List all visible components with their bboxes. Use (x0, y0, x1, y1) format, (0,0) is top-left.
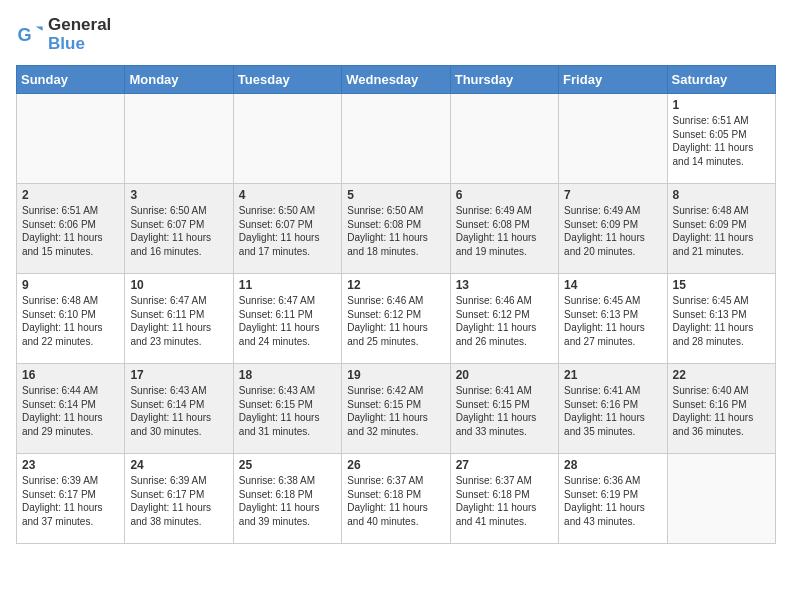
day-number: 8 (673, 188, 770, 202)
day-number: 17 (130, 368, 227, 382)
cell-info: Sunrise: 6:41 AM Sunset: 6:16 PM Dayligh… (564, 384, 661, 438)
calendar-cell: 3Sunrise: 6:50 AM Sunset: 6:07 PM Daylig… (125, 184, 233, 274)
calendar-cell (450, 94, 558, 184)
day-number: 21 (564, 368, 661, 382)
day-number: 18 (239, 368, 336, 382)
cell-info: Sunrise: 6:39 AM Sunset: 6:17 PM Dayligh… (130, 474, 227, 528)
logo: G General Blue (16, 16, 111, 53)
day-number: 1 (673, 98, 770, 112)
logo-text: General Blue (48, 16, 111, 53)
day-number: 5 (347, 188, 444, 202)
calendar-cell: 18Sunrise: 6:43 AM Sunset: 6:15 PM Dayli… (233, 364, 341, 454)
calendar-cell: 8Sunrise: 6:48 AM Sunset: 6:09 PM Daylig… (667, 184, 775, 274)
calendar-cell: 20Sunrise: 6:41 AM Sunset: 6:15 PM Dayli… (450, 364, 558, 454)
day-number: 4 (239, 188, 336, 202)
calendar-cell (233, 94, 341, 184)
day-number: 6 (456, 188, 553, 202)
cell-info: Sunrise: 6:47 AM Sunset: 6:11 PM Dayligh… (239, 294, 336, 348)
calendar-cell: 24Sunrise: 6:39 AM Sunset: 6:17 PM Dayli… (125, 454, 233, 544)
cell-info: Sunrise: 6:50 AM Sunset: 6:07 PM Dayligh… (239, 204, 336, 258)
calendar-cell: 6Sunrise: 6:49 AM Sunset: 6:08 PM Daylig… (450, 184, 558, 274)
calendar-cell (17, 94, 125, 184)
calendar-cell: 7Sunrise: 6:49 AM Sunset: 6:09 PM Daylig… (559, 184, 667, 274)
calendar-cell: 17Sunrise: 6:43 AM Sunset: 6:14 PM Dayli… (125, 364, 233, 454)
calendar-cell: 1Sunrise: 6:51 AM Sunset: 6:05 PM Daylig… (667, 94, 775, 184)
day-number: 27 (456, 458, 553, 472)
day-number: 26 (347, 458, 444, 472)
calendar-cell (667, 454, 775, 544)
calendar-cell: 15Sunrise: 6:45 AM Sunset: 6:13 PM Dayli… (667, 274, 775, 364)
cell-info: Sunrise: 6:45 AM Sunset: 6:13 PM Dayligh… (673, 294, 770, 348)
calendar-cell: 23Sunrise: 6:39 AM Sunset: 6:17 PM Dayli… (17, 454, 125, 544)
calendar-week-row: 1Sunrise: 6:51 AM Sunset: 6:05 PM Daylig… (17, 94, 776, 184)
cell-info: Sunrise: 6:51 AM Sunset: 6:05 PM Dayligh… (673, 114, 770, 168)
day-number: 23 (22, 458, 119, 472)
calendar-cell (559, 94, 667, 184)
day-number: 10 (130, 278, 227, 292)
calendar-week-row: 9Sunrise: 6:48 AM Sunset: 6:10 PM Daylig… (17, 274, 776, 364)
day-number: 19 (347, 368, 444, 382)
cell-info: Sunrise: 6:47 AM Sunset: 6:11 PM Dayligh… (130, 294, 227, 348)
col-header-friday: Friday (559, 66, 667, 94)
col-header-wednesday: Wednesday (342, 66, 450, 94)
cell-info: Sunrise: 6:41 AM Sunset: 6:15 PM Dayligh… (456, 384, 553, 438)
col-header-tuesday: Tuesday (233, 66, 341, 94)
day-number: 11 (239, 278, 336, 292)
cell-info: Sunrise: 6:49 AM Sunset: 6:09 PM Dayligh… (564, 204, 661, 258)
calendar-header-row: SundayMondayTuesdayWednesdayThursdayFrid… (17, 66, 776, 94)
calendar-cell: 25Sunrise: 6:38 AM Sunset: 6:18 PM Dayli… (233, 454, 341, 544)
cell-info: Sunrise: 6:48 AM Sunset: 6:10 PM Dayligh… (22, 294, 119, 348)
svg-text:G: G (17, 24, 31, 44)
calendar-cell: 14Sunrise: 6:45 AM Sunset: 6:13 PM Dayli… (559, 274, 667, 364)
day-number: 13 (456, 278, 553, 292)
day-number: 16 (22, 368, 119, 382)
day-number: 25 (239, 458, 336, 472)
day-number: 9 (22, 278, 119, 292)
cell-info: Sunrise: 6:46 AM Sunset: 6:12 PM Dayligh… (456, 294, 553, 348)
col-header-monday: Monday (125, 66, 233, 94)
day-number: 3 (130, 188, 227, 202)
calendar-cell: 10Sunrise: 6:47 AM Sunset: 6:11 PM Dayli… (125, 274, 233, 364)
cell-info: Sunrise: 6:48 AM Sunset: 6:09 PM Dayligh… (673, 204, 770, 258)
calendar-cell: 4Sunrise: 6:50 AM Sunset: 6:07 PM Daylig… (233, 184, 341, 274)
calendar-cell: 21Sunrise: 6:41 AM Sunset: 6:16 PM Dayli… (559, 364, 667, 454)
cell-info: Sunrise: 6:36 AM Sunset: 6:19 PM Dayligh… (564, 474, 661, 528)
cell-info: Sunrise: 6:43 AM Sunset: 6:15 PM Dayligh… (239, 384, 336, 438)
header: G General Blue (16, 16, 776, 53)
day-number: 22 (673, 368, 770, 382)
day-number: 20 (456, 368, 553, 382)
col-header-sunday: Sunday (17, 66, 125, 94)
col-header-thursday: Thursday (450, 66, 558, 94)
cell-info: Sunrise: 6:42 AM Sunset: 6:15 PM Dayligh… (347, 384, 444, 438)
cell-info: Sunrise: 6:40 AM Sunset: 6:16 PM Dayligh… (673, 384, 770, 438)
cell-info: Sunrise: 6:39 AM Sunset: 6:17 PM Dayligh… (22, 474, 119, 528)
col-header-saturday: Saturday (667, 66, 775, 94)
calendar-cell: 27Sunrise: 6:37 AM Sunset: 6:18 PM Dayli… (450, 454, 558, 544)
day-number: 7 (564, 188, 661, 202)
calendar-cell: 26Sunrise: 6:37 AM Sunset: 6:18 PM Dayli… (342, 454, 450, 544)
calendar-cell (125, 94, 233, 184)
calendar-cell: 12Sunrise: 6:46 AM Sunset: 6:12 PM Dayli… (342, 274, 450, 364)
cell-info: Sunrise: 6:49 AM Sunset: 6:08 PM Dayligh… (456, 204, 553, 258)
day-number: 2 (22, 188, 119, 202)
calendar-cell: 16Sunrise: 6:44 AM Sunset: 6:14 PM Dayli… (17, 364, 125, 454)
cell-info: Sunrise: 6:50 AM Sunset: 6:08 PM Dayligh… (347, 204, 444, 258)
calendar-cell (342, 94, 450, 184)
cell-info: Sunrise: 6:43 AM Sunset: 6:14 PM Dayligh… (130, 384, 227, 438)
day-number: 15 (673, 278, 770, 292)
calendar-week-row: 2Sunrise: 6:51 AM Sunset: 6:06 PM Daylig… (17, 184, 776, 274)
calendar-cell: 9Sunrise: 6:48 AM Sunset: 6:10 PM Daylig… (17, 274, 125, 364)
cell-info: Sunrise: 6:50 AM Sunset: 6:07 PM Dayligh… (130, 204, 227, 258)
calendar-cell: 13Sunrise: 6:46 AM Sunset: 6:12 PM Dayli… (450, 274, 558, 364)
calendar-cell: 2Sunrise: 6:51 AM Sunset: 6:06 PM Daylig… (17, 184, 125, 274)
calendar-week-row: 16Sunrise: 6:44 AM Sunset: 6:14 PM Dayli… (17, 364, 776, 454)
logo-icon: G (16, 21, 44, 49)
day-number: 28 (564, 458, 661, 472)
svg-marker-1 (36, 26, 43, 30)
day-number: 14 (564, 278, 661, 292)
calendar-cell: 19Sunrise: 6:42 AM Sunset: 6:15 PM Dayli… (342, 364, 450, 454)
cell-info: Sunrise: 6:45 AM Sunset: 6:13 PM Dayligh… (564, 294, 661, 348)
calendar-cell: 5Sunrise: 6:50 AM Sunset: 6:08 PM Daylig… (342, 184, 450, 274)
cell-info: Sunrise: 6:37 AM Sunset: 6:18 PM Dayligh… (456, 474, 553, 528)
calendar-table: SundayMondayTuesdayWednesdayThursdayFrid… (16, 65, 776, 544)
